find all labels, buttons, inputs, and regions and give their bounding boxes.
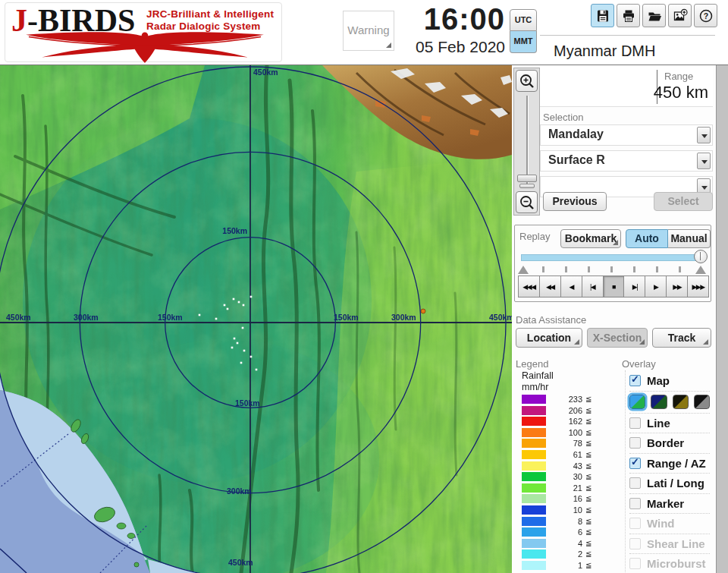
- legend-entry: 206≦: [522, 405, 613, 417]
- legend-value: 162: [549, 417, 582, 426]
- window-edge-strip: [716, 33, 728, 573]
- map-style-swatch[interactable]: [694, 395, 710, 409]
- legend-title-line1: Rainfall: [522, 370, 554, 382]
- legend-entry: 61≦: [522, 449, 613, 461]
- map-style-swatch[interactable]: [651, 395, 667, 409]
- range-ring-label: 150km: [334, 313, 359, 322]
- overlay-item-range-az[interactable]: Range / AZ: [629, 453, 710, 474]
- fast-rewind-button[interactable]: ◀◀: [539, 275, 561, 298]
- unchecked-checkbox-icon[interactable]: [629, 477, 641, 489]
- track-button[interactable]: Track: [652, 328, 711, 348]
- product-select[interactable]: Surface R: [540, 150, 713, 172]
- slider-tick: [542, 266, 544, 272]
- overlay-item-marker[interactable]: Marker: [629, 493, 710, 514]
- range-ring-label: 450km: [489, 313, 512, 322]
- legend-operator: ≦: [585, 395, 592, 403]
- unchecked-checkbox-icon[interactable]: [629, 558, 641, 569]
- data-assistance-label: Data Assistance: [516, 314, 586, 326]
- legend-value: 233: [549, 395, 582, 404]
- overlay-item-shear-line[interactable]: Shear Line: [629, 534, 710, 554]
- add-image-icon[interactable]: [668, 4, 692, 27]
- radar-echo: [237, 342, 239, 345]
- legend-value: 1: [549, 561, 582, 570]
- overlay-item-line[interactable]: Line: [629, 413, 710, 433]
- legend-entry: 16≦: [522, 493, 613, 505]
- stop-button[interactable]: ■: [603, 275, 625, 298]
- slider-tick: [656, 266, 658, 272]
- unchecked-checkbox-icon[interactable]: [629, 417, 641, 429]
- replay-slider-track[interactable]: [521, 254, 706, 261]
- fastest-rewind-button[interactable]: ◀◀◀: [518, 275, 540, 298]
- bookmark-button[interactable]: Bookmark: [560, 229, 621, 248]
- jbirds-logo: J-BIRDS JRC-Brilliant & Intelligent Rada…: [5, 2, 282, 62]
- location-button[interactable]: Location: [516, 328, 582, 348]
- overlay-item-microburst[interactable]: Microburst: [629, 553, 710, 573]
- unchecked-checkbox-icon[interactable]: [629, 498, 641, 509]
- zoom-in-icon[interactable]: [516, 70, 538, 92]
- map-style-swatch[interactable]: [673, 395, 689, 409]
- utc-timezone-button[interactable]: UTC: [510, 9, 537, 31]
- chevron-down-icon[interactable]: [697, 153, 711, 169]
- auto-button[interactable]: Auto: [626, 229, 668, 248]
- legend-value: 30: [549, 472, 582, 481]
- overlay-item-wind[interactable]: Wind: [629, 513, 710, 534]
- zoom-out-icon[interactable]: [516, 191, 538, 213]
- step-back-button[interactable]: |◀: [582, 275, 604, 298]
- zoom-slider-handle[interactable]: [517, 175, 537, 182]
- legend-swatch: [522, 406, 546, 415]
- warning-button[interactable]: Warning: [343, 11, 394, 51]
- save-icon[interactable]: [591, 4, 614, 27]
- clock-date: 05 Feb 2020: [391, 36, 505, 58]
- step-forward-button[interactable]: ▶|: [623, 275, 645, 298]
- site-select[interactable]: Mandalay: [540, 124, 713, 146]
- fast-forward-button[interactable]: ▶▶: [666, 275, 688, 298]
- overlay-item-border[interactable]: Border: [629, 433, 710, 453]
- overlay-item-label: Line: [647, 417, 670, 430]
- radar-echo: [242, 327, 244, 329]
- unchecked-checkbox-icon[interactable]: [629, 538, 641, 549]
- overlay-item-label: Shear Line: [647, 537, 705, 550]
- legend-operator: ≦: [585, 439, 592, 447]
- legend-entry: 4≦: [522, 538, 613, 549]
- replay-slider-handle[interactable]: [694, 250, 708, 263]
- map-style-swatch-selected[interactable]: [629, 395, 645, 409]
- chevron-down-icon[interactable]: [697, 127, 711, 143]
- overlay-item-label: Border: [647, 436, 684, 449]
- legend-entry: 2≦: [522, 549, 613, 560]
- product-select-value: Surface R: [548, 153, 605, 167]
- open-folder-icon[interactable]: [642, 4, 666, 27]
- select-button[interactable]: Select: [654, 192, 713, 211]
- x-section-button[interactable]: X-Section: [587, 328, 648, 348]
- print-icon[interactable]: [617, 4, 640, 27]
- legend-swatch: [522, 472, 546, 481]
- radar-map[interactable]: 450km300km150km150km300km450km450km150km…: [0, 65, 512, 573]
- legend-entry: 1≦: [522, 560, 613, 571]
- station-title: Myanmar DMH: [540, 35, 715, 65]
- slider-tick: [633, 266, 635, 272]
- legend-swatch: [522, 428, 546, 437]
- checked-checkbox-icon[interactable]: [629, 458, 641, 469]
- legend-entry: 43≦: [522, 461, 613, 472]
- legend-operator: ≦: [585, 494, 592, 502]
- checked-checkbox-icon[interactable]: [629, 375, 641, 386]
- mmt-timezone-button[interactable]: MMT: [510, 31, 537, 53]
- unchecked-checkbox-icon[interactable]: [629, 437, 641, 449]
- overlay-item-label: Range / AZ: [647, 457, 706, 470]
- reverse-play-button[interactable]: ◀: [560, 275, 582, 298]
- fastest-forward-button[interactable]: ▶▶▶: [687, 275, 709, 298]
- radar-echo: [215, 318, 218, 320]
- manual-button[interactable]: Manual: [668, 229, 711, 248]
- overlay-item-map[interactable]: Map: [629, 370, 710, 391]
- unchecked-checkbox-icon[interactable]: [629, 518, 641, 529]
- legend-label: Legend: [516, 358, 548, 370]
- legend-value: 16: [549, 494, 582, 503]
- play-button[interactable]: ▶: [645, 275, 667, 298]
- range-ring-label: 150km: [158, 313, 183, 322]
- overlay-item-lati-long[interactable]: Lati / Long: [629, 473, 710, 493]
- legend-entry: 100≦: [522, 427, 613, 439]
- help-icon[interactable]: ?: [694, 4, 717, 27]
- overlay-list: MapLineBorderRange / AZLati / LongMarker…: [625, 370, 710, 573]
- range-ring-label: 450km: [6, 313, 31, 322]
- range-ring-label: 150km: [222, 226, 247, 235]
- previous-button[interactable]: Previous: [543, 192, 607, 211]
